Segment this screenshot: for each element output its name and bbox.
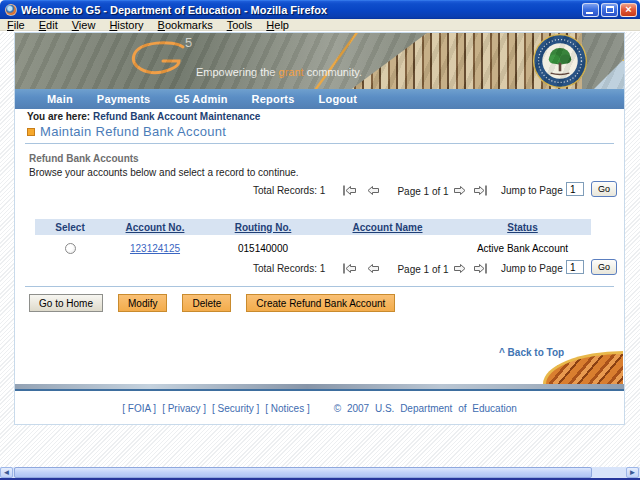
browser-window: Welcome to G5 - Department of Education … xyxy=(0,0,640,480)
menu-view[interactable]: View xyxy=(65,19,103,31)
routing-no-value: 015140000 xyxy=(205,243,321,254)
last-page-icon[interactable] xyxy=(473,263,488,274)
nav-g5-admin[interactable]: G5 Admin xyxy=(174,93,227,105)
nav-payments[interactable]: Payments xyxy=(97,93,151,105)
pagination-top: Total Records: 1 Page 1 of 1 Jump to Pag… xyxy=(15,181,624,201)
col-account-no[interactable]: Account No. xyxy=(105,222,205,233)
jump-to-page-label: Jump to Page xyxy=(501,263,563,274)
go-to-home-button[interactable]: Go to Home xyxy=(29,294,103,312)
select-radio[interactable] xyxy=(65,243,76,254)
delete-button[interactable]: Delete xyxy=(182,294,231,312)
next-page-icon[interactable] xyxy=(453,185,466,196)
col-select: Select xyxy=(35,222,105,233)
maximize-button[interactable] xyxy=(601,3,618,17)
breadcrumb-current[interactable]: Refund Bank Account Maintenance xyxy=(93,111,260,122)
total-records: Total Records: 1 xyxy=(253,185,325,196)
window-title: Welcome to G5 - Department of Education … xyxy=(21,4,582,16)
table-header-row: Select Account No. Routing No. Account N… xyxy=(35,219,591,235)
previous-page-icon[interactable] xyxy=(367,263,380,274)
breadcrumb: You are here: Refund Bank Account Mainte… xyxy=(27,111,260,122)
create-refund-bank-account-button[interactable]: Create Refund Bank Account xyxy=(246,294,395,312)
col-account-name[interactable]: Account Name xyxy=(321,222,454,233)
banner-corner-art xyxy=(594,59,624,89)
g5-logo-five: 5 xyxy=(185,35,192,50)
scroll-left-arrow[interactable]: ◄ xyxy=(0,467,13,478)
back-to-top-link[interactable]: ^ Back to Top xyxy=(499,347,564,358)
horizontal-scrollbar[interactable]: ◄ ► xyxy=(0,467,640,478)
menu-history[interactable]: History xyxy=(102,19,150,31)
gold-swoosh xyxy=(309,33,450,89)
instructions-text: Browse your accounts below and select a … xyxy=(29,167,299,178)
col-status[interactable]: Status xyxy=(454,222,591,233)
menu-bookmarks[interactable]: Bookmarks xyxy=(151,19,220,31)
bullet-square-icon xyxy=(27,128,35,136)
footer-link-privacy[interactable]: [ Privacy ] xyxy=(162,403,206,414)
nav-main[interactable]: Main xyxy=(47,93,73,105)
page-content: 5 Empowering the grant community. Main xyxy=(14,32,625,425)
footer-link-security[interactable]: [ Security ] xyxy=(212,403,259,414)
go-button[interactable]: Go xyxy=(591,181,617,197)
scroll-right-arrow[interactable]: ► xyxy=(626,467,639,478)
minimize-button[interactable] xyxy=(582,3,599,17)
scrollbar-thumb[interactable] xyxy=(14,467,592,478)
footer-link-foia[interactable]: [ FOIA ] xyxy=(122,403,156,414)
menu-tools[interactable]: Tools xyxy=(220,19,260,31)
pagination-bottom: Total Records: 1 Page 1 of 1 Jump to Pag… xyxy=(15,259,624,279)
banner-tagline: Empowering the grant community. xyxy=(196,66,362,78)
modify-button[interactable]: Modify xyxy=(118,294,167,312)
menu-help[interactable]: Help xyxy=(259,19,296,31)
window-titlebar: Welcome to G5 - Department of Education … xyxy=(0,0,640,19)
accounts-table: Select Account No. Routing No. Account N… xyxy=(35,219,591,256)
go-button[interactable]: Go xyxy=(591,259,617,275)
next-page-icon[interactable] xyxy=(453,263,466,274)
divider xyxy=(25,143,614,144)
menu-edit[interactable]: Edit xyxy=(32,19,65,31)
nav-reports[interactable]: Reports xyxy=(252,93,295,105)
page-indicator: Page 1 of 1 xyxy=(387,264,459,275)
total-records: Total Records: 1 xyxy=(253,263,325,274)
jump-to-page-input[interactable] xyxy=(566,182,584,196)
g5-logo xyxy=(127,40,189,80)
page-title: Maintain Refund Bank Account xyxy=(40,124,226,139)
menu-bar: File Edit View History Bookmarks Tools H… xyxy=(0,19,640,31)
jump-to-page-input[interactable] xyxy=(566,260,584,274)
section-title: Refund Bank Accounts xyxy=(29,153,139,164)
copyright-text: © 2007 U.S. Department of Education xyxy=(334,403,517,414)
footer: [ FOIA ] [ Privacy ] [ Security ] [ Noti… xyxy=(15,403,624,414)
menu-file[interactable]: File xyxy=(0,19,32,31)
firefox-icon xyxy=(5,4,17,16)
account-no-link[interactable]: 123124125 xyxy=(130,243,180,254)
header-banner: 5 Empowering the grant community. xyxy=(15,33,624,89)
bookshelf-photo xyxy=(347,33,582,89)
table-row: 123124125 015140000 Active Bank Account xyxy=(35,240,591,256)
nav-logout[interactable]: Logout xyxy=(319,93,357,105)
department-of-education-seal xyxy=(532,33,588,89)
status-value: Active Bank Account xyxy=(454,243,591,254)
first-page-icon[interactable] xyxy=(342,185,357,196)
page-background: 5 Empowering the grant community. Main xyxy=(0,32,640,467)
main-nav: Main Payments G5 Admin Reports Logout xyxy=(15,89,624,109)
close-button[interactable] xyxy=(620,3,637,17)
divider xyxy=(25,286,614,287)
previous-page-icon[interactable] xyxy=(367,185,380,196)
footer-gradient-bar xyxy=(15,384,624,391)
first-page-icon[interactable] xyxy=(342,263,357,274)
footer-link-notices[interactable]: [ Notices ] xyxy=(265,403,309,414)
page-indicator: Page 1 of 1 xyxy=(387,186,459,197)
jump-to-page-label: Jump to Page xyxy=(501,185,563,196)
col-routing-no[interactable]: Routing No. xyxy=(205,222,321,233)
last-page-icon[interactable] xyxy=(473,185,488,196)
